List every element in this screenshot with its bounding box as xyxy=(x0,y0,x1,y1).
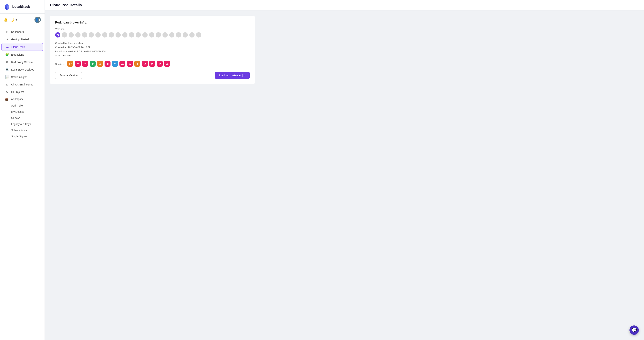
my-license-label: My License xyxy=(11,110,24,113)
service-icon-apigw: ⚙ xyxy=(142,61,148,67)
version-dot-9[interactable] xyxy=(109,32,114,38)
sidebar-item-getting-started-label: Getting Started xyxy=(11,38,29,41)
getting-started-icon: ✈ xyxy=(5,38,9,41)
version-dot-19[interactable] xyxy=(176,32,181,38)
logo-text: LocalStack xyxy=(12,5,30,9)
ci-keys-label: CI Keys xyxy=(11,116,20,119)
extensions-icon: 🧩 xyxy=(5,53,9,56)
sidebar-item-dashboard[interactable]: ⊞ Dashboard xyxy=(2,28,43,36)
chat-fab-button[interactable]: 💬 xyxy=(630,325,639,335)
service-icon-sm: ✉ xyxy=(82,61,88,67)
legacy-api-keys-label: Legacy API Keys xyxy=(11,123,31,126)
sidebar-item-ci-projects-label: CI Projects xyxy=(11,90,24,93)
main-content: Pod: loan-broker-infra Versions: V1 Crea… xyxy=(45,11,644,340)
service-icon-sqs: ✉ xyxy=(75,61,81,67)
services-label: Services: xyxy=(55,63,65,66)
sidebar-item-localstack-desktop-label: LocalStack Desktop xyxy=(11,68,34,71)
sidebar-navigation: ⊞ Dashboard ✈ Getting Started ☁ Cloud Po… xyxy=(0,26,44,340)
pod-created-at: Created at: 2024-08-21 16:12:09 xyxy=(55,45,250,50)
sidebar-item-chaos-engineering-label: Chaos Engineering xyxy=(11,83,33,86)
service-icon-sns: ◎ xyxy=(127,61,133,67)
sidebar-item-stack-insights[interactable]: 📊 Stack Insights xyxy=(2,73,43,81)
service-icon-kin: ≋ xyxy=(112,61,118,67)
version-dot-14[interactable] xyxy=(142,32,148,38)
version-dot-5[interactable] xyxy=(82,32,87,38)
version-dot-7[interactable] xyxy=(96,32,100,38)
version-dot-3[interactable] xyxy=(68,32,74,38)
version-dot-10[interactable] xyxy=(116,32,121,38)
sidebar-item-ci-keys[interactable]: CI Keys xyxy=(2,115,43,121)
chaos-engineering-icon: ⚠ xyxy=(5,83,9,86)
version-dot-16[interactable] xyxy=(156,32,161,38)
version-dot-8[interactable] xyxy=(102,32,107,38)
user-avatar-button[interactable]: 👤▾ xyxy=(34,17,41,23)
single-sign-on-label: Single Sign-on xyxy=(11,135,28,138)
sidebar-header-icons: 🔔 🌙 ▾ 👤▾ xyxy=(0,14,44,26)
version-dot-2[interactable] xyxy=(62,32,67,38)
dashboard-icon: ⊞ xyxy=(5,30,9,34)
load-into-instance-label: Load Into Instance xyxy=(219,74,240,77)
main-header: Cloud Pod Details xyxy=(45,0,644,11)
load-dropdown-chevron-icon: ▾ xyxy=(242,74,246,77)
load-into-instance-button[interactable]: Load Into Instance ▾ xyxy=(215,72,250,79)
chat-icon: 💬 xyxy=(632,328,637,332)
pod-created-by: Created by: Harsh Mishra xyxy=(55,41,250,45)
service-icon-s3: ◈ xyxy=(90,61,96,67)
theme-toggle-button[interactable]: 🌙 ▾ xyxy=(10,18,17,22)
sidebar-item-legacy-api-keys[interactable]: Legacy API Keys xyxy=(2,121,43,127)
pod-meta: Created by: Harsh Mishra Created at: 202… xyxy=(55,41,250,58)
version-dot-21[interactable] xyxy=(189,32,194,38)
sidebar-item-chaos-engineering[interactable]: ⚠ Chaos Engineering xyxy=(2,81,43,88)
version-dot-22[interactable] xyxy=(196,32,201,38)
sidebar: LocalStack 🔔 🌙 ▾ 👤▾ ⊞ Dashboard ✈ Gettin… xyxy=(0,0,45,340)
version-dot-6[interactable] xyxy=(89,32,94,38)
workspace-label: Workspace xyxy=(10,98,24,101)
sidebar-logo: LocalStack xyxy=(0,0,44,14)
service-icon-iam: ▲ xyxy=(134,61,140,67)
workspace-section-header[interactable]: 💼 Workspace xyxy=(2,96,43,102)
version-dot-11[interactable] xyxy=(122,32,128,38)
pod-title: Pod: loan-broker-infra xyxy=(55,21,250,24)
stack-insights-icon: 📊 xyxy=(5,75,9,79)
service-icon-cfn: ☁ xyxy=(120,61,126,67)
iam-policy-stream-icon: ⚙ xyxy=(5,60,9,64)
notification-bell-button[interactable]: 🔔 xyxy=(4,18,8,22)
sidebar-item-localstack-desktop[interactable]: 💻 LocalStack Desktop xyxy=(2,66,43,73)
service-icon-ddb: ⊞ xyxy=(104,61,110,67)
versions-label: Versions: xyxy=(55,28,250,30)
pod-details-card: Pod: loan-broker-infra Versions: V1 Crea… xyxy=(50,16,255,84)
sidebar-item-subscriptions[interactable]: Subscriptions xyxy=(2,127,43,133)
localstack-logo-icon xyxy=(4,3,10,10)
version-dot-4[interactable] xyxy=(75,32,80,38)
sidebar-item-iam-policy-stream-label: IAM Policy Stream xyxy=(11,61,32,64)
services-section: Services: 🏷✉✉◈λ⊞≋☁◎▲⚙◎⚙☁ xyxy=(55,61,250,67)
sidebar-item-iam-policy-stream[interactable]: ⚙ IAM Policy Stream xyxy=(2,58,43,66)
sidebar-item-extensions-label: Extensions xyxy=(11,53,24,56)
sidebar-item-getting-started[interactable]: ✈ Getting Started xyxy=(2,36,43,43)
version-dot-18[interactable] xyxy=(169,32,174,38)
service-icon-misc: ☁ xyxy=(164,61,170,67)
cloud-pods-icon: ☁ xyxy=(6,45,9,49)
sidebar-item-auth-token[interactable]: Auth Token xyxy=(2,103,43,109)
version-dot-20[interactable] xyxy=(182,32,188,38)
version-dot-13[interactable] xyxy=(136,32,141,38)
workspace-icon: 💼 xyxy=(5,98,8,101)
sidebar-item-my-license[interactable]: My License xyxy=(2,109,43,115)
sidebar-item-stack-insights-label: Stack Insights xyxy=(11,76,28,79)
service-icon-ec2: ◎ xyxy=(149,61,155,67)
services-icons-row: 🏷✉✉◈λ⊞≋☁◎▲⚙◎⚙☁ xyxy=(67,61,170,67)
pod-size: Size: 2.67 MiB xyxy=(55,54,250,58)
sidebar-item-cloud-pods[interactable]: ☁ Cloud Pods xyxy=(2,43,43,51)
version-dot-15[interactable] xyxy=(149,32,154,38)
version-dot-17[interactable] xyxy=(162,32,168,38)
sidebar-item-cloud-pods-label: Cloud Pods xyxy=(11,46,25,49)
browse-version-button[interactable]: Browse Version xyxy=(55,72,82,79)
auth-token-label: Auth Token xyxy=(11,104,24,107)
version-dot-1[interactable]: V1 xyxy=(55,32,60,38)
sidebar-item-ci-projects[interactable]: ↻ CI Projects xyxy=(2,88,43,96)
sidebar-item-single-sign-on[interactable]: Single Sign-on xyxy=(2,133,43,139)
main-area: Cloud Pod Details Pod: loan-broker-infra… xyxy=(45,0,644,340)
page-title: Cloud Pod Details xyxy=(50,3,639,7)
version-dot-12[interactable] xyxy=(129,32,134,38)
sidebar-item-extensions[interactable]: 🧩 Extensions xyxy=(2,51,43,58)
